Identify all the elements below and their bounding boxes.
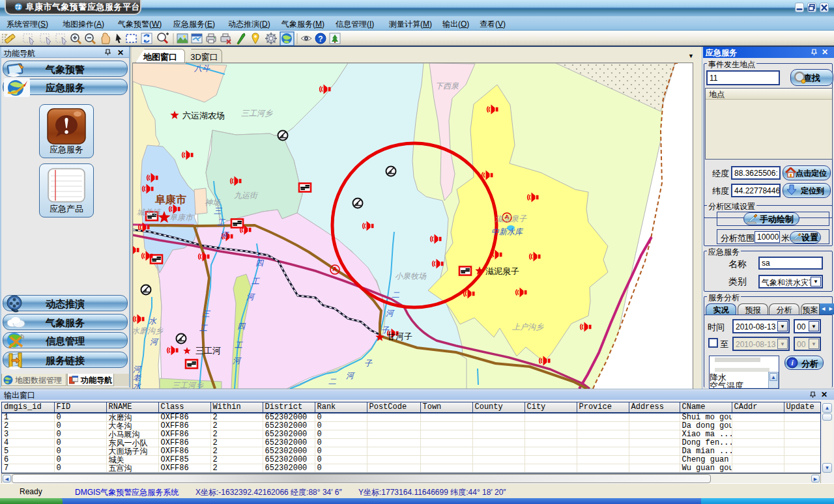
svg-text:水: 水	[133, 382, 141, 389]
svg-text:水: 水	[149, 316, 157, 326]
svg-text:二: 二	[328, 377, 337, 386]
svg-text:八斗: 八斗	[194, 64, 210, 73]
svg-text:四: 四	[237, 322, 246, 331]
svg-text:子: 子	[364, 359, 373, 368]
svg-text:二: 二	[392, 290, 400, 300]
svg-text:神场: 神场	[205, 198, 221, 207]
svg-text:四: 四	[255, 259, 265, 268]
svg-text:河: 河	[233, 356, 242, 365]
svg-text:河: 河	[246, 292, 255, 301]
svg-text:?: ?	[318, 35, 323, 44]
svg-text:阜康市: 阜康市	[169, 213, 194, 222]
svg-text:水磨沟乡: 水磨沟乡	[133, 326, 164, 335]
svg-text:中新水库: 中新水库	[491, 227, 524, 236]
svg-text:河: 河	[150, 337, 159, 346]
svg-text:工: 工	[199, 324, 208, 333]
svg-text:三工河乡: 三工河乡	[172, 381, 204, 389]
svg-text:工: 工	[235, 341, 243, 350]
svg-text:九运街: 九运街	[234, 191, 259, 200]
svg-text:小泉牧场: 小泉牧场	[395, 272, 427, 281]
svg-text:子: 子	[381, 326, 390, 335]
svg-text:滋泥泉子: 滋泥泉子	[485, 266, 519, 276]
svg-text:阜康市: 阜康市	[154, 193, 186, 205]
svg-text:三: 三	[202, 309, 211, 318]
svg-text:三: 三	[214, 206, 223, 216]
svg-text:河: 河	[346, 371, 355, 380]
svg-text:下西泉: 下西泉	[435, 81, 459, 91]
svg-text:河: 河	[386, 309, 395, 318]
svg-text:城关镇: 城关镇	[137, 208, 162, 217]
svg-text:河: 河	[133, 365, 142, 374]
svg-text:甘河子: 甘河子	[387, 331, 412, 341]
svg-text:上户沟乡: 上户沟乡	[512, 322, 544, 331]
svg-text:六运湖农场: 六运湖农场	[182, 111, 225, 120]
svg-text:工: 工	[252, 277, 260, 286]
svg-text:老: 老	[133, 373, 141, 382]
svg-text:河: 河	[220, 231, 229, 240]
svg-text:工: 工	[217, 218, 225, 227]
svg-text:三工河: 三工河	[195, 346, 221, 356]
svg-text:滋泥泉子: 滋泥泉子	[495, 214, 527, 223]
svg-text:三工河乡: 三工河乡	[241, 109, 273, 118]
